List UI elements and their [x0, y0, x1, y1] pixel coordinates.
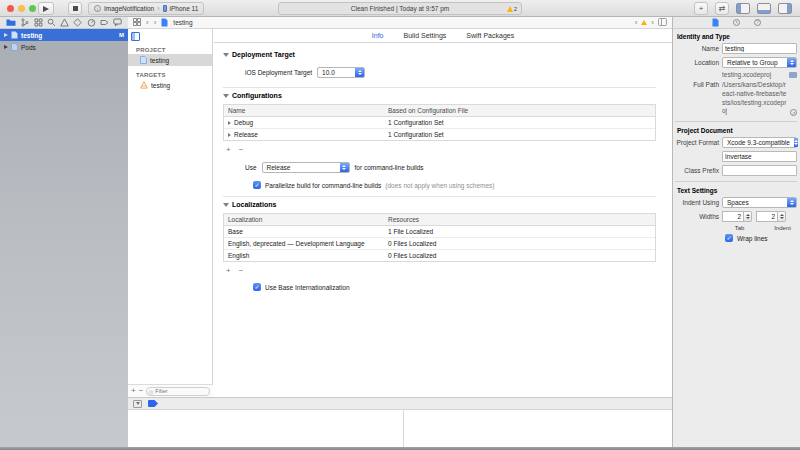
- filter-field[interactable]: [146, 387, 210, 396]
- breakpoint-navigator-icon[interactable]: [100, 18, 109, 27]
- debug-navigator-icon[interactable]: [87, 18, 96, 27]
- symbol-navigator-icon[interactable]: [34, 18, 43, 27]
- stepper-arrows-icon[interactable]: [778, 211, 786, 222]
- project-section-header: PROJECT: [136, 47, 212, 53]
- stop-button[interactable]: [68, 2, 82, 15]
- related-items-icon[interactable]: [133, 18, 141, 27]
- remove-button[interactable]: −: [139, 387, 144, 395]
- dropdown-arrows-icon: [794, 138, 798, 147]
- scheme-chevron-icon: ›: [157, 5, 159, 12]
- minimize-window-button[interactable]: [18, 5, 25, 12]
- breakpoints-toggle-button[interactable]: [148, 400, 158, 407]
- localization-name: English: [224, 250, 384, 261]
- folder-icon[interactable]: [789, 72, 797, 78]
- configurations-section-header[interactable]: Configurations: [223, 92, 656, 99]
- close-window-button[interactable]: [7, 5, 14, 12]
- table-row[interactable]: English 0 Files Localized: [224, 250, 655, 261]
- filter-input[interactable]: [155, 388, 207, 395]
- toolbar: i ImageNotification › iPhone 11 Clean Fi…: [0, 0, 800, 17]
- row-disclosure-icon[interactable]: [228, 133, 231, 137]
- tab-swift-packages[interactable]: Swift Packages: [466, 32, 514, 39]
- base-internationalization-checkbox[interactable]: ✓: [253, 283, 261, 291]
- remove-configuration-button[interactable]: −: [239, 146, 244, 154]
- hide-debug-area-button[interactable]: [133, 400, 142, 408]
- config-name: Release: [234, 131, 258, 138]
- project-navigator-icon[interactable]: [6, 18, 16, 27]
- localizations-section-header[interactable]: Localizations: [223, 201, 656, 208]
- dropdown-value: Xcode 9.3-compatible: [723, 138, 794, 147]
- report-navigator-icon[interactable]: [113, 18, 122, 27]
- zoom-window-button[interactable]: [29, 5, 36, 12]
- add-localization-button[interactable]: +: [226, 267, 231, 275]
- table-row[interactable]: Debug 1 Configuration Set: [224, 117, 655, 129]
- history-inspector-tab[interactable]: [733, 19, 740, 26]
- test-navigator-icon[interactable]: [73, 18, 82, 27]
- project-format-dropdown[interactable]: Xcode 9.3-compatible: [722, 137, 797, 148]
- command-line-config-dropdown[interactable]: Release: [262, 162, 350, 173]
- warning-badge[interactable]: 2: [507, 6, 517, 12]
- code-review-button[interactable]: ⇄: [715, 2, 729, 15]
- config-file: 1 Configuration Set: [384, 117, 655, 128]
- forward-button[interactable]: ›: [154, 18, 157, 28]
- class-prefix-label: Class Prefix: [675, 167, 722, 174]
- row-disclosure-icon[interactable]: [228, 121, 231, 125]
- reveal-arrow-icon[interactable]: ↗: [790, 109, 797, 116]
- jumpbar-file-label[interactable]: testing: [173, 19, 192, 26]
- project-file-icon: [140, 56, 147, 65]
- remove-localization-button[interactable]: −: [239, 267, 244, 275]
- file-inspector-tab[interactable]: [712, 18, 719, 28]
- deployment-target-section-header[interactable]: Deployment Target: [223, 51, 656, 58]
- column-header-file: Based on Configuration File: [384, 105, 655, 116]
- project-file-name: testing.xcodeproj: [722, 71, 787, 78]
- add-configuration-button[interactable]: +: [226, 146, 231, 154]
- section-disclosure-icon[interactable]: [223, 53, 229, 57]
- disclosure-triangle-icon[interactable]: [4, 45, 8, 49]
- class-prefix-field[interactable]: [722, 165, 797, 176]
- indent-width-stepper[interactable]: 2: [756, 211, 786, 222]
- scheme-selector[interactable]: i ImageNotification › iPhone 11: [88, 2, 204, 15]
- tab-caption: Tab: [725, 225, 754, 231]
- search-navigator-icon[interactable]: [47, 18, 56, 27]
- indent-using-dropdown[interactable]: Spaces: [722, 197, 797, 208]
- tab-build-settings[interactable]: Build Settings: [404, 32, 447, 39]
- quick-help-inspector-tab[interactable]: ?: [754, 19, 761, 26]
- location-dropdown[interactable]: Relative to Group: [722, 57, 797, 68]
- source-control-navigator-icon[interactable]: [20, 18, 29, 27]
- toggle-inspector-button[interactable]: [778, 3, 792, 14]
- library-add-button[interactable]: +: [694, 2, 708, 15]
- toggle-projects-column-button[interactable]: [131, 32, 140, 41]
- localization-resources: 0 Files Localized: [384, 250, 655, 261]
- navigator-item-pods[interactable]: Pods: [0, 41, 128, 53]
- toggle-navigator-button[interactable]: [736, 3, 750, 14]
- table-row[interactable]: Release 1 Configuration Set: [224, 129, 655, 140]
- section-disclosure-icon[interactable]: [223, 203, 229, 207]
- stepper-arrows-icon[interactable]: [744, 211, 752, 222]
- back-button[interactable]: ‹: [146, 18, 149, 28]
- parallelize-checkbox[interactable]: ✓: [253, 181, 261, 189]
- ios-deployment-target-dropdown[interactable]: 10.0: [317, 67, 365, 78]
- wrap-lines-checkbox[interactable]: ✓: [725, 234, 733, 242]
- editor-options-icon[interactable]: [658, 18, 667, 27]
- next-issue-button[interactable]: ›: [651, 18, 654, 28]
- section-disclosure-icon[interactable]: [223, 94, 229, 98]
- toggle-debug-area-button[interactable]: [757, 3, 771, 14]
- tab-width-stepper[interactable]: 2: [722, 211, 752, 222]
- tab-info[interactable]: Info: [372, 32, 384, 39]
- navigator-item-testing[interactable]: testing M: [0, 29, 128, 41]
- table-row[interactable]: English, deprecated — Development Langua…: [224, 238, 655, 250]
- tab-width-value: 2: [722, 211, 744, 222]
- previous-issue-button[interactable]: ‹: [635, 18, 638, 28]
- run-button[interactable]: [38, 2, 54, 15]
- table-row[interactable]: Base 1 File Localized: [224, 226, 655, 238]
- target-item[interactable]: testing: [128, 79, 212, 91]
- project-item[interactable]: testing: [128, 54, 212, 66]
- disclosure-triangle-icon[interactable]: [4, 33, 8, 37]
- add-button[interactable]: +: [131, 387, 136, 395]
- organization-field[interactable]: [722, 151, 797, 162]
- widths-label: Widths: [675, 213, 722, 220]
- name-field[interactable]: [722, 43, 797, 54]
- indent-caption: Indent: [768, 225, 797, 231]
- debug-area-divider[interactable]: [403, 410, 404, 447]
- toolbar-right-buttons: + ⇄: [694, 2, 792, 15]
- issue-navigator-icon[interactable]: [60, 18, 69, 27]
